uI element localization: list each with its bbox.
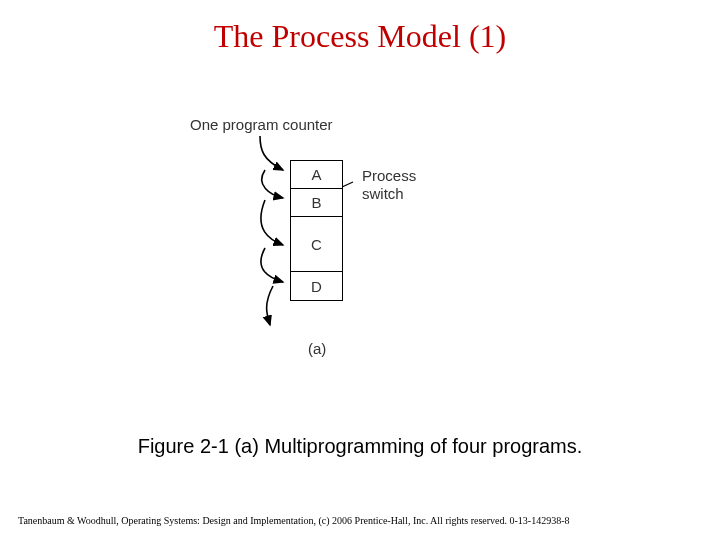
subfigure-label: (a) [308, 340, 326, 357]
figure-caption: Figure 2-1 (a) Multiprogramming of four … [0, 435, 720, 458]
label-process: Process [362, 167, 416, 184]
process-cell-b: B [291, 189, 342, 217]
label-process-switch: Process switch [362, 167, 416, 203]
process-cell-a: A [291, 161, 342, 189]
slide-title: The Process Model (1) [0, 18, 720, 55]
process-stack: A B C D [290, 160, 343, 301]
label-switch: switch [362, 185, 404, 202]
svg-line-0 [342, 182, 353, 187]
label-one-program-counter: One program counter [190, 116, 333, 133]
process-cell-c: C [291, 217, 342, 272]
copyright-notice: Tanenbaum & Woodhull, Operating Systems:… [18, 515, 702, 526]
process-cell-d: D [291, 272, 342, 300]
figure-diagram: One program counter Process switch A B C… [190, 110, 530, 400]
